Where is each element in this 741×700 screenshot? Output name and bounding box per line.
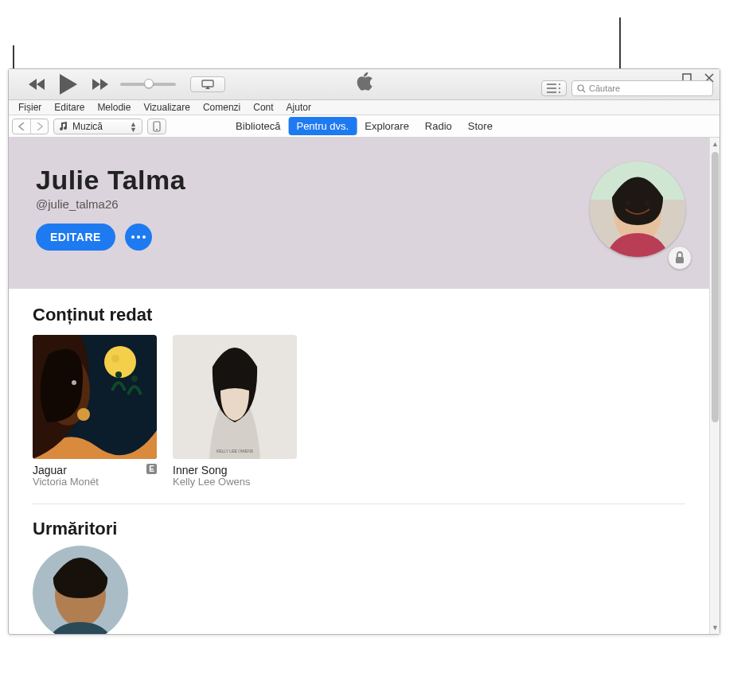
menu-view[interactable]: Vizualizare (137, 102, 196, 113)
svg-point-25 (72, 380, 76, 385)
next-track-button[interactable] (92, 76, 109, 93)
svg-rect-0 (202, 80, 213, 87)
more-actions-button[interactable] (125, 224, 152, 251)
tab-radio[interactable]: Radio (417, 117, 460, 135)
album-title: Jaguar (33, 464, 99, 476)
svg-point-12 (142, 235, 146, 239)
scroll-up-icon[interactable]: ▲ (710, 138, 720, 150)
vertical-scrollbar[interactable]: ▲ ▼ (709, 138, 720, 634)
nav-toolbar: Muzică ▲▼ Bibliotecă Pentru dvs. Explora… (9, 115, 720, 138)
svg-line-7 (583, 90, 585, 92)
search-icon (577, 84, 586, 93)
profile-avatar[interactable] (590, 161, 685, 257)
listening-section: Conținut redat (9, 289, 709, 504)
nav-back-forward (12, 119, 49, 134)
play-button[interactable] (57, 72, 80, 96)
previous-track-button[interactable] (28, 76, 45, 93)
profile-name: Julie Talma (36, 165, 682, 196)
volume-knob[interactable] (144, 79, 154, 88)
ellipsis-icon (131, 235, 146, 239)
menu-controls[interactable]: Comenzi (197, 102, 247, 113)
album-list: Jaguar Victoria Monét E (33, 335, 685, 504)
nav-forward-button[interactable] (30, 119, 48, 134)
volume-slider[interactable] (120, 83, 176, 86)
album-cover (33, 335, 157, 459)
apple-logo-icon (357, 72, 372, 95)
svg-point-3 (559, 84, 560, 85)
tab-library[interactable]: Bibliotecă (228, 117, 288, 135)
scroll-thumb[interactable] (712, 152, 719, 422)
music-note-icon (59, 122, 68, 131)
follower-avatar[interactable] (33, 546, 128, 634)
svg-point-26 (77, 408, 90, 421)
album-title: Inner Song (173, 464, 251, 476)
device-button[interactable] (147, 119, 166, 134)
privacy-lock-badge[interactable] (668, 246, 692, 270)
up-next-button[interactable] (541, 80, 567, 96)
menu-edit[interactable]: Editare (48, 102, 91, 113)
followers-section: Urmăritori (9, 504, 709, 634)
svg-point-21 (111, 355, 119, 363)
menu-file[interactable]: Fișier (12, 102, 48, 113)
annotation-line (619, 18, 621, 68)
album-cover: KELLY LEE OWENS (173, 335, 297, 459)
menu-account[interactable]: Cont (247, 102, 279, 113)
chevron-updown-icon: ▲▼ (130, 122, 137, 133)
svg-point-5 (559, 91, 560, 93)
edit-profile-button[interactable]: EDITARE (36, 224, 115, 251)
svg-point-10 (131, 235, 135, 239)
lock-icon (674, 251, 685, 264)
menu-help[interactable]: Ajutor (280, 102, 318, 113)
svg-point-6 (578, 85, 583, 91)
search-input[interactable]: Căutare (571, 80, 713, 96)
nav-tabs: Bibliotecă Pentru dvs. Explorare Radio S… (228, 117, 501, 135)
tab-store[interactable]: Store (460, 117, 501, 135)
app-window: Căutare Fișier Editare Melodie Vizualiza… (8, 68, 720, 635)
svg-point-9 (156, 129, 158, 130)
section-title-listening: Conținut redat (33, 305, 685, 325)
profile-handle: @julie_talma26 (36, 197, 682, 211)
svg-point-11 (137, 235, 140, 239)
album-artist: Victoria Monét (33, 476, 99, 488)
search-placeholder: Căutare (589, 84, 620, 93)
svg-point-4 (559, 88, 560, 89)
explicit-badge: E (146, 464, 157, 474)
scroll-down-icon[interactable]: ▼ (710, 621, 720, 634)
playback-controls (28, 72, 109, 96)
app-menubar: Fișier Editare Melodie Vizualizare Comen… (9, 100, 720, 115)
source-selector[interactable]: Muzică ▲▼ (53, 119, 142, 134)
svg-text:KELLY LEE OWENS: KELLY LEE OWENS (216, 449, 254, 453)
tab-browse[interactable]: Explorare (357, 117, 417, 135)
source-label: Muzică (72, 121, 103, 132)
album-artist: Kelly Lee Owens (173, 476, 251, 488)
section-title-followers: Urmăritori (33, 519, 685, 539)
svg-point-32 (68, 588, 73, 593)
airplay-button[interactable] (190, 76, 225, 92)
volume-track (120, 83, 176, 86)
svg-point-23 (131, 375, 138, 382)
svg-point-16 (626, 200, 630, 205)
svg-point-22 (115, 371, 122, 378)
content-scroll: Julie Talma @julie_talma26 EDITARE (9, 138, 709, 634)
tab-for-you[interactable]: Pentru dvs. (288, 117, 357, 135)
svg-point-33 (88, 588, 92, 593)
menu-song[interactable]: Melodie (91, 102, 137, 113)
svg-point-17 (645, 200, 649, 205)
nav-back-button[interactable] (13, 119, 30, 134)
album-card[interactable]: KELLY LEE OWENS Inner Song Kelly Lee Owe… (173, 335, 297, 488)
titlebar: Căutare (9, 69, 720, 100)
profile-header: Julie Talma @julie_talma26 EDITARE (9, 138, 709, 289)
svg-rect-18 (676, 257, 684, 263)
album-card[interactable]: Jaguar Victoria Monét E (33, 335, 157, 488)
